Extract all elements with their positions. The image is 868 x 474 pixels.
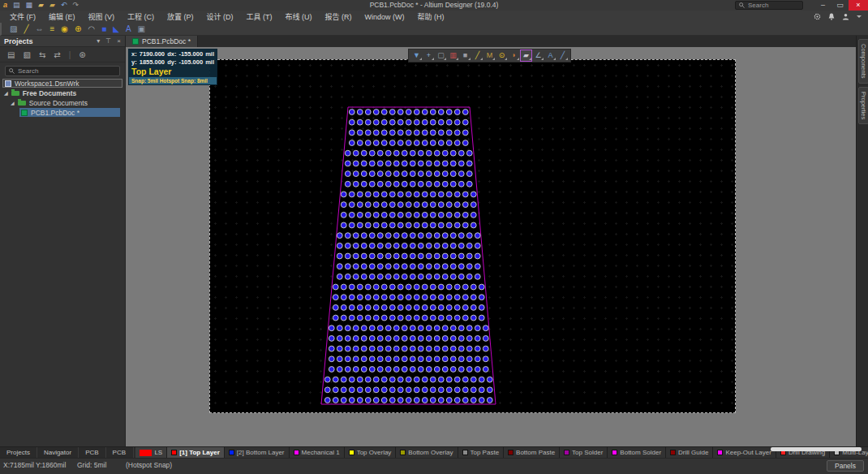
pcb-pad[interactable] <box>357 140 363 146</box>
pcb-pad[interactable] <box>458 367 464 373</box>
pcb-pad[interactable] <box>341 315 346 321</box>
menu-project[interactable]: 工程 (C) <box>121 11 161 22</box>
pcb-pad[interactable] <box>426 243 432 248</box>
pcb-pad[interactable] <box>426 356 432 362</box>
compile-icon[interactable]: ▤ <box>7 50 15 59</box>
pcb-pad[interactable] <box>450 367 456 373</box>
pcb-pad[interactable] <box>471 315 476 321</box>
pcb-pad[interactable] <box>414 295 419 300</box>
pcb-pad[interactable] <box>406 284 411 290</box>
pcb-pad[interactable] <box>381 212 387 218</box>
pcb-pad[interactable] <box>442 243 448 248</box>
pcb-pad[interactable] <box>381 202 387 208</box>
pcb-pad[interactable] <box>353 325 359 331</box>
pcb-pad[interactable] <box>369 171 375 177</box>
global-search-input[interactable]: Search <box>735 1 803 10</box>
layer-set-tab[interactable]: LS <box>135 447 167 458</box>
pcb-pad[interactable] <box>397 222 403 228</box>
pcb-pad[interactable] <box>454 304 460 310</box>
pcb-pad[interactable] <box>442 233 448 239</box>
layer-tab-bottom-layer[interactable]: [2] Bottom Layer <box>225 447 290 458</box>
pcb-pad[interactable] <box>337 233 342 239</box>
pcb-pad[interactable] <box>357 315 363 321</box>
string-icon[interactable]: A <box>545 50 556 61</box>
line-icon[interactable]: ╱ <box>557 50 568 61</box>
pcb-pad[interactable] <box>393 181 399 187</box>
pcb-pad[interactable] <box>454 377 460 382</box>
pcb-pad[interactable] <box>438 192 444 197</box>
pcb-pad[interactable] <box>377 264 383 269</box>
pcb-pad[interactable] <box>349 140 355 146</box>
pcb-pad[interactable] <box>389 140 395 146</box>
pcb-pad[interactable] <box>410 356 415 362</box>
pcb-pad[interactable] <box>393 325 399 331</box>
pcb-pad[interactable] <box>389 377 395 382</box>
pcb-pad[interactable] <box>345 325 350 331</box>
pcb-pad[interactable] <box>422 130 428 136</box>
pcb-pad[interactable] <box>406 387 411 393</box>
pcb-pad[interactable] <box>393 264 399 269</box>
pcb-pad[interactable] <box>475 346 480 351</box>
pcb-pad[interactable] <box>434 325 440 331</box>
pcb-pad[interactable] <box>426 171 432 177</box>
pcb-pad[interactable] <box>373 110 379 115</box>
pcb-pad[interactable] <box>414 387 419 393</box>
pcb-pad[interactable] <box>349 110 355 115</box>
pcb-pad[interactable] <box>369 336 375 342</box>
pcb-pad[interactable] <box>369 325 375 331</box>
pcb-pad[interactable] <box>397 295 403 300</box>
pcb-pad[interactable] <box>402 233 407 239</box>
pcb-pad[interactable] <box>471 202 476 208</box>
place-arc-icon[interactable]: ◠ <box>88 24 95 35</box>
pcb-pad[interactable] <box>337 243 342 248</box>
pcb-pad[interactable] <box>406 304 411 310</box>
pcb-pad[interactable] <box>438 398 444 403</box>
pcb-pad[interactable] <box>357 398 363 403</box>
pcb-pad[interactable] <box>438 304 444 310</box>
pcb-pad[interactable] <box>381 192 387 197</box>
pcb-pad[interactable] <box>377 150 383 156</box>
pcb-pad[interactable] <box>361 171 367 177</box>
move-icon[interactable]: + <box>423 50 434 61</box>
pcb-pad[interactable] <box>389 192 395 197</box>
pcb-pad[interactable] <box>353 181 359 187</box>
pcb-pad[interactable] <box>454 315 460 321</box>
pcb-pad[interactable] <box>365 222 371 228</box>
pcb-pad[interactable] <box>385 161 391 166</box>
pcb-pad[interactable] <box>442 274 448 279</box>
pcb-pad[interactable] <box>414 377 419 382</box>
pcb-pad[interactable] <box>422 212 428 218</box>
pcb-pad[interactable] <box>349 202 355 208</box>
pcb-pad[interactable] <box>446 398 452 403</box>
pcb-pad[interactable] <box>337 264 342 269</box>
pcb-pad[interactable] <box>373 377 379 382</box>
pcb-pad[interactable] <box>385 171 391 177</box>
pcb-pad[interactable] <box>406 192 411 197</box>
pcb-pad[interactable] <box>393 233 399 239</box>
menu-file[interactable]: 文件 (F) <box>3 11 42 22</box>
pcb-pad[interactable] <box>345 336 350 342</box>
pcb-pad[interactable] <box>341 398 346 403</box>
pcb-pad[interactable] <box>381 130 387 136</box>
pcb-pad[interactable] <box>418 161 423 166</box>
pcb-pad[interactable] <box>462 387 468 393</box>
pcb-pad[interactable] <box>410 243 415 248</box>
tree-item-free-documents[interactable]: ◢ Free Documents <box>0 88 125 97</box>
pcb-pad[interactable] <box>426 325 432 331</box>
pcb-pad[interactable] <box>369 367 375 373</box>
pcb-pad[interactable] <box>377 325 383 331</box>
pcb-pad[interactable] <box>426 181 432 187</box>
pcb-pad[interactable] <box>389 110 395 115</box>
pcb-pad[interactable] <box>365 130 371 136</box>
pcb-pad[interactable] <box>324 398 330 403</box>
pcb-pad[interactable] <box>458 325 464 331</box>
pcb-pad[interactable] <box>385 233 391 239</box>
pcb-pad[interactable] <box>446 192 452 197</box>
pcb-pad[interactable] <box>397 192 403 197</box>
pcb-pad[interactable] <box>337 356 342 362</box>
pcb-pad[interactable] <box>450 253 456 259</box>
pcb-pad[interactable] <box>410 264 415 269</box>
pcb-pad[interactable] <box>349 377 355 382</box>
pcb-pad[interactable] <box>462 212 468 218</box>
pcb-pad[interactable] <box>361 336 367 342</box>
